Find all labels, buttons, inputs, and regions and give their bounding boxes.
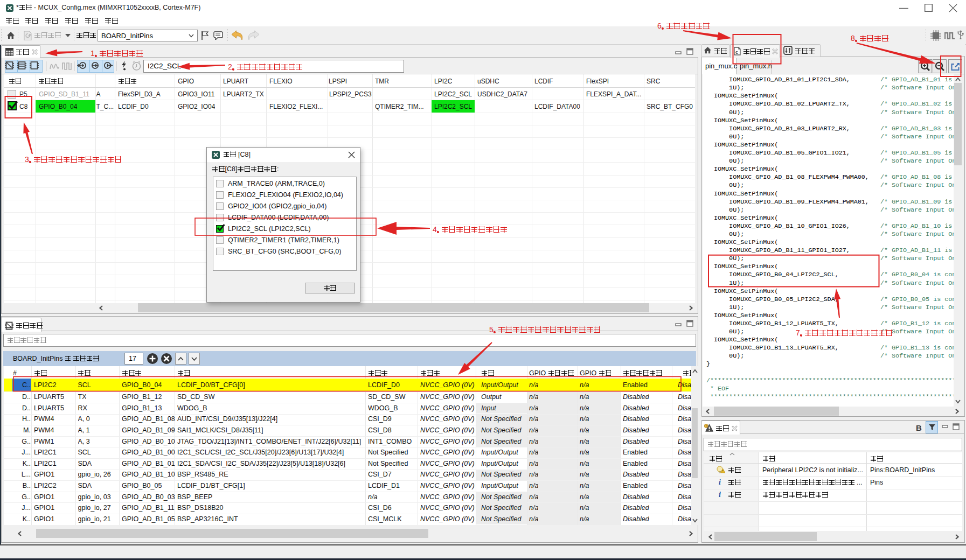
svg-text:c: c [735, 50, 738, 55]
